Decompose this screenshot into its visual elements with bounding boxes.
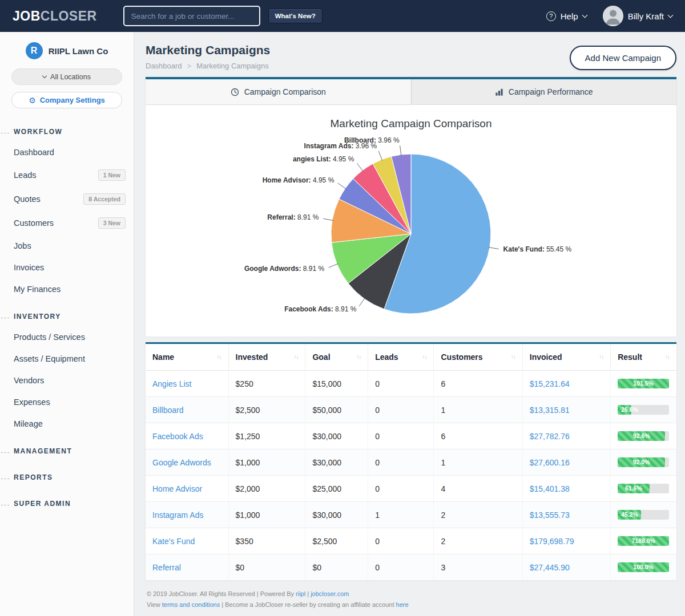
table-cell: $50,000 <box>305 397 368 423</box>
all-locations-label: All Locations <box>50 73 91 81</box>
sidebar-item-label: Quotes <box>14 194 41 204</box>
tab-label: Campaign Performance <box>509 87 593 96</box>
invoiced-amount-link[interactable]: $179,698.79 <box>530 537 574 546</box>
sidebar-section-reports[interactable]: REPORTS <box>0 468 134 487</box>
invoiced-amount-link[interactable]: $13,555.73 <box>530 510 570 520</box>
affiliate-link[interactable]: here <box>396 601 409 608</box>
table-cell: $2,500 <box>228 397 305 423</box>
invoiced-amount-link[interactable]: $15,231.64 <box>530 379 570 388</box>
campaign-name-link[interactable]: Instagram Ads <box>152 510 204 520</box>
table-cell: $0 <box>305 554 368 581</box>
pie-leader-line <box>359 298 365 306</box>
sidebar-item-quotes[interactable]: Quotes8 Accepted <box>0 187 134 211</box>
table-cell: $1,000 <box>228 502 305 528</box>
campaign-name-link[interactable]: Google Adwords <box>152 458 211 467</box>
tab-campaign-performance[interactable]: Campaign Performance <box>412 79 677 104</box>
table-cell: 1 <box>368 502 434 528</box>
tab-campaign-comparison[interactable]: Campaign Comparison <box>146 79 412 104</box>
campaign-name-link[interactable]: Angies List <box>152 379 191 388</box>
company-settings-label: Company Settings <box>40 96 105 104</box>
clock-icon <box>231 88 239 96</box>
sidebar-item-expenses[interactable]: Expenses <box>0 391 134 413</box>
user-menu[interactable]: Billy Kraft <box>603 6 672 26</box>
sidebar-item-products-services[interactable]: Products / Services <box>0 326 134 348</box>
table-row: Angies List$250$15,00006$15,231.64101.5% <box>146 371 676 397</box>
help-label: Help <box>561 11 578 21</box>
invoiced-amount-link[interactable]: $27,782.76 <box>530 432 570 441</box>
pie-leader-line <box>357 163 363 171</box>
sidebar-item-customers[interactable]: Customers3 New <box>0 211 134 235</box>
sort-icon: ↑↓ <box>599 354 603 360</box>
breadcrumb-current: Marketing Campaigns <box>196 62 268 70</box>
all-locations-dropdown[interactable]: All Locations <box>11 68 122 85</box>
sidebar-item-label: Invoices <box>14 263 44 272</box>
sidebar-item-leads[interactable]: Leads1 New <box>0 163 134 187</box>
column-header-leads[interactable]: Leads↑↓ <box>368 344 434 371</box>
column-header-invoiced[interactable]: Invoiced↑↓ <box>522 344 610 371</box>
main-content: Marketing Campaigns Dashboard > Marketin… <box>134 32 685 616</box>
table-cell: $250 <box>228 371 305 397</box>
column-header-goal[interactable]: Goal↑↓ <box>305 344 368 371</box>
whats-new-button[interactable]: What's New? <box>268 9 323 23</box>
table-cell: 0 <box>368 397 434 423</box>
table-cell: 2 <box>434 502 522 528</box>
table-cell: 2 <box>434 528 522 554</box>
help-menu[interactable]: ? Help <box>546 11 587 21</box>
campaigns-table-card: Name↑↓Invested↑↓Goal↑↓Leads↑↓Customers↑↓… <box>146 342 676 581</box>
invoiced-amount-link[interactable]: $13,315.81 <box>530 406 570 415</box>
sort-icon: ↑↓ <box>356 354 361 360</box>
sidebar-item-invoices[interactable]: Invoices <box>0 257 134 278</box>
campaign-name-link[interactable]: Billboard <box>152 406 183 415</box>
campaign-name-link[interactable]: Home Advisor <box>152 484 202 493</box>
jobcloser-link[interactable]: jobcloser.com <box>311 590 349 597</box>
invoiced-amount-link[interactable]: $15,401.38 <box>530 484 570 493</box>
top-navbar: JOBCLOSER What's New? ? Help Billy Kraft <box>0 0 685 32</box>
column-header-customers[interactable]: Customers↑↓ <box>434 344 522 371</box>
user-name: Billy Kraft <box>628 11 664 21</box>
riipl-link[interactable]: riipl <box>296 590 305 597</box>
sidebar-item-mileage[interactable]: Mileage <box>0 413 134 435</box>
pie-leader-line <box>329 264 339 268</box>
sidebar-item-label: Dashboard <box>14 148 54 157</box>
sidebar-item-vendors[interactable]: Vendors <box>0 370 134 391</box>
result-progress-bar: 100.0% <box>618 562 669 572</box>
sidebar-item-jobs[interactable]: Jobs <box>0 235 134 257</box>
app-logo-secondary: CLOSER <box>41 9 97 23</box>
sidebar: R RIIPL Lawn Co All Locations ⚙ Company … <box>0 32 134 616</box>
app-logo[interactable]: JOBCLOSER <box>13 9 97 24</box>
sidebar-section-inventory[interactable]: INVENTORY <box>0 307 134 326</box>
pie-label: angies List: 4.95 % <box>293 155 354 163</box>
column-header-result[interactable]: Result↑↓ <box>611 344 676 371</box>
app-logo-primary: JOB <box>13 9 41 23</box>
column-header-name[interactable]: Name↑↓ <box>146 344 228 371</box>
table-row: Google Adwords$1,000$30,00001$27,600.169… <box>146 449 676 476</box>
sidebar-item-my-finances[interactable]: My Finances <box>0 278 134 300</box>
sidebar-section-management[interactable]: MANAGEMENT <box>0 441 134 461</box>
global-search-input[interactable] <box>123 6 260 26</box>
campaign-name-link[interactable]: Kate's Fund <box>152 537 195 546</box>
campaign-name-link[interactable]: Facebook Ads <box>152 432 203 441</box>
sidebar-section-super-admin[interactable]: SUPER ADMIN <box>0 494 134 513</box>
table-cell: $30,000 <box>305 423 368 449</box>
sort-icon: ↑↓ <box>217 354 221 360</box>
campaign-name-link[interactable]: Referral <box>152 563 181 572</box>
table-cell: 1 <box>434 449 522 476</box>
sidebar-item-dashboard[interactable]: Dashboard <box>0 141 134 163</box>
invoiced-amount-link[interactable]: $27,600.16 <box>530 458 570 467</box>
pie-chart: Kate's Fund: 55.45 %Facebook Ads: 8.91 %… <box>146 130 676 331</box>
sidebar-section-workflow[interactable]: WORKFLOW <box>0 122 134 141</box>
sidebar-item-label: Mileage <box>14 419 43 428</box>
breadcrumb: Dashboard > Marketing Campaigns <box>146 62 270 70</box>
breadcrumb-dashboard[interactable]: Dashboard <box>146 62 182 70</box>
campaigns-table: Name↑↓Invested↑↓Goal↑↓Leads↑↓Customers↑↓… <box>146 344 676 581</box>
add-new-campaign-button[interactable]: Add New Campaign <box>570 46 676 70</box>
result-progress-bar: 92.6% <box>618 431 669 441</box>
company-settings-button[interactable]: ⚙ Company Settings <box>11 92 122 108</box>
terms-link[interactable]: terms and conditions <box>162 601 220 608</box>
result-progress-bar: 101.5% <box>618 379 669 388</box>
pie-label: Home Advisor: 4.95 % <box>263 176 335 184</box>
invoiced-amount-link[interactable]: $27,445.90 <box>530 563 570 572</box>
column-header-invested[interactable]: Invested↑↓ <box>228 344 305 371</box>
table-row: Referral$0$003$27,445.90100.0% <box>146 554 676 581</box>
sidebar-item-assets-equipment[interactable]: Assets / Equipment <box>0 348 134 370</box>
